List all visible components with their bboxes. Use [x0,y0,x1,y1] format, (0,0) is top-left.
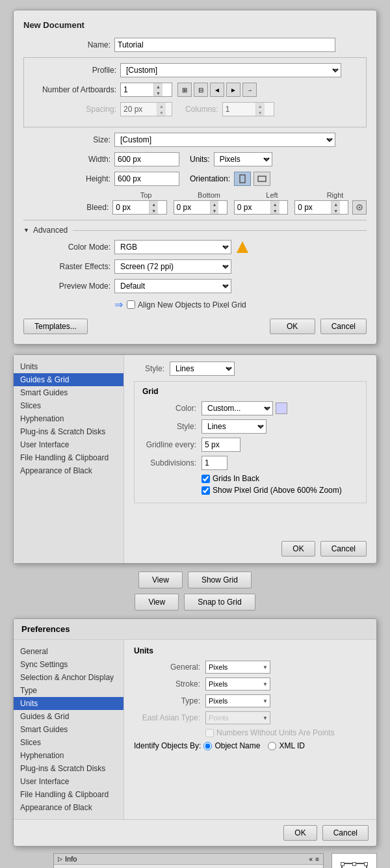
pref-hyphenation[interactable]: Hyphenation [14,749,124,762]
spacing-input[interactable] [121,103,157,116]
bleed-bottom-up[interactable]: ▲ [211,201,219,207]
new-doc-cancel-button[interactable]: Cancel [320,319,367,334]
bleed-right-up[interactable]: ▲ [332,201,340,207]
name-input[interactable] [114,38,335,52]
radio-object-name-input[interactable] [203,742,212,750]
artboard-grid-icon[interactable]: ⊞ [177,83,192,97]
artboard-arrow-icon[interactable]: → [242,83,257,97]
artboards-up[interactable]: ▲ [154,83,162,90]
show-pixel-grid-checkbox[interactable] [202,486,210,495]
bleed-top-up[interactable]: ▲ [150,201,158,207]
columns-down[interactable]: ▼ [256,109,265,116]
pref-east-asian-select[interactable]: Points [205,711,270,724]
artboard-arrange-icon[interactable]: ⊟ [194,83,208,97]
pref-type[interactable]: Type [14,684,124,697]
pref-general-label: General: [134,663,205,672]
bleed-left-up[interactable]: ▲ [271,201,280,207]
radio-xml-id-input[interactable] [268,742,276,750]
view-button-1[interactable]: View [138,572,183,588]
info-menu-icon[interactable]: ≡ [315,856,319,863]
sidebar-item-guides-grid[interactable]: Guides & Grid [14,373,124,386]
advanced-toggle[interactable]: ▼ Advanced [23,226,367,235]
bleed-link-btn[interactable] [352,200,367,215]
new-doc-ok-button[interactable]: OK [270,319,315,334]
pref-general-select[interactable]: Pixels [205,661,270,674]
landscape-btn[interactable] [254,172,270,186]
pref-general[interactable]: General [14,645,124,658]
sidebar-item-units[interactable]: Units [14,360,124,373]
sidebar-item-smart-guides[interactable]: Smart Guides [14,386,124,399]
show-grid-button[interactable]: Show Grid [188,572,252,588]
pref-cancel-button[interactable]: Cancel [322,825,369,841]
pref-ui[interactable]: User Interface [14,775,124,788]
pref-smart-guides[interactable]: Smart Guides [14,723,124,736]
pref-file-handling[interactable]: File Handling & Clipboard [14,788,124,801]
pref-ok-button[interactable]: OK [283,825,317,841]
grids-in-back-checkbox[interactable] [202,475,210,483]
sidebar-item-plugins[interactable]: Plug-ins & Scratch Disks [14,425,124,438]
size-select[interactable]: [Custom] [114,133,335,147]
bleed-left-input[interactable] [235,201,270,214]
bleed-right-down[interactable]: ▼ [332,207,340,214]
bleed-right-input[interactable] [295,201,331,214]
raster-select[interactable]: Screen (72 ppi) [114,259,231,274]
bleed-top-down[interactable]: ▼ [150,207,158,214]
numbers-without-units-checkbox[interactable] [205,729,214,737]
columns-up[interactable]: ▲ [256,103,265,109]
radio-object-name[interactable]: Object Name [203,741,260,750]
radio-xml-id[interactable]: XML ID [268,741,305,750]
sidebar-item-ui[interactable]: User Interface [14,438,124,451]
artboards-input[interactable] [121,83,153,96]
gridline-input[interactable] [202,438,240,452]
guides-cancel-button[interactable]: Cancel [320,541,367,557]
bleed-top-input[interactable] [113,201,149,214]
columns-spinner-btns: ▲ ▼ [255,103,265,116]
guides-style-select[interactable]: Lines [170,362,235,376]
bleed-left-down[interactable]: ▼ [271,207,280,214]
portrait-btn[interactable] [234,172,251,186]
snap-to-grid-button[interactable]: Snap to Grid [184,594,255,611]
profile-select[interactable]: [Custom] [120,63,341,77]
pref-sync[interactable]: Sync Settings [14,658,124,671]
pref-slices[interactable]: Slices [14,736,124,749]
guides-ok-button[interactable]: OK [281,541,315,557]
raster-row: Raster Effects: Screen (72 ppi) [23,259,367,274]
grid-style-select[interactable]: Lines [202,419,266,434]
units-select[interactable]: Pixels [214,152,272,166]
view-button-2[interactable]: View [135,594,179,611]
width-input[interactable] [114,152,179,166]
templates-button[interactable]: Templates... [23,319,88,334]
profile-section: Profile: [Custom] Number of Artboards: ▲… [23,57,367,127]
grid-style-label: Style: [140,422,202,431]
pref-units[interactable]: Units [14,697,124,710]
height-input[interactable] [114,172,179,186]
guides-buttons: OK Cancel [134,536,367,557]
sidebar-item-file-handling[interactable]: File Handling & Clipboard [14,451,124,464]
pixel-grid-checkbox[interactable] [127,300,135,309]
info-double-arrow-icon[interactable]: « [309,856,313,863]
sidebar-item-appearance[interactable]: Appearance of Black [14,464,124,477]
subdivisions-input[interactable] [202,456,228,470]
pref-selection[interactable]: Selection & Anchor Display [14,671,124,684]
spacing-up[interactable]: ▲ [157,103,166,109]
thumb-corner-tm [352,862,356,866]
pref-stroke-select[interactable]: Pixels [205,677,270,690]
artboards-down[interactable]: ▼ [154,90,162,96]
sidebar-item-slices[interactable]: Slices [14,399,124,412]
pref-guides-grid[interactable]: Guides & Grid [14,710,124,723]
pref-appearance[interactable]: Appearance of Black [14,801,124,814]
color-mode-select[interactable]: RGB [114,240,231,254]
preview-select[interactable]: Default [114,279,231,293]
pref-type-select[interactable]: Pixels [205,694,270,707]
bleed-bottom-down[interactable]: ▼ [211,207,219,214]
artboard-next-icon[interactable]: ► [226,83,240,97]
sidebar-item-hyphenation[interactable]: Hyphenation [14,412,124,425]
columns-input[interactable] [223,103,255,116]
pixel-grid-label[interactable]: Align New Objects to Pixel Grid [127,300,246,309]
pref-plugins[interactable]: Plug-ins & Scratch Disks [14,762,124,775]
bleed-bottom-input[interactable] [174,201,210,214]
artboard-prev-icon[interactable]: ◄ [210,83,224,97]
grid-color-select[interactable]: Custom... [202,401,273,415]
spacing-down[interactable]: ▼ [157,109,166,116]
grid-color-swatch[interactable] [276,402,287,414]
